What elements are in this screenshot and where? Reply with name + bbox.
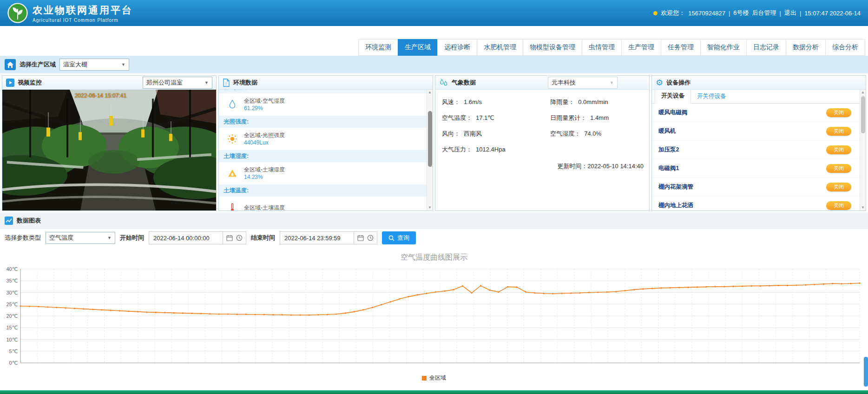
sun-icon	[227, 133, 238, 144]
home-icon	[5, 59, 16, 70]
query-button[interactable]: 查询	[382, 231, 416, 244]
tab-switch-devices[interactable]: 开关设备	[655, 90, 691, 104]
tab-switch-stop-devices[interactable]: 开关停设备	[691, 90, 732, 103]
weather-field-label: 风向：	[442, 130, 460, 137]
env-item-value: 44049Lux	[244, 139, 285, 146]
device-tabs: 开关设备 开关停设备	[652, 90, 860, 104]
calendar-icon[interactable]	[357, 235, 364, 241]
nav-tabs: 环境监测生产区域远程诊断水肥机管理物模型设备管理虫情管理生产管理任务管理智能化作…	[359, 39, 865, 56]
nav-tab-11[interactable]: 数据分析	[786, 39, 826, 56]
camera-select[interactable]: 郑州公司温室 ▼	[143, 77, 212, 89]
device-name: 加压泵2	[658, 146, 679, 154]
weather-field-value: 1012.4Hpa	[476, 146, 506, 153]
query-button-label: 查询	[397, 234, 409, 242]
end-time-input[interactable]: 2022-06-14 23:59:59	[280, 231, 354, 244]
environment-scroll-thumb[interactable]	[428, 111, 432, 167]
start-time-pickers[interactable]	[223, 231, 246, 244]
device-close-button[interactable]: 关闭	[826, 127, 851, 136]
account-number: 15670924827	[688, 10, 725, 17]
nav-tab-12[interactable]: 综合分析	[825, 39, 865, 56]
environment-scrollbar[interactable]: ▲ ▼	[427, 90, 433, 210]
svg-text:25℃: 25℃	[6, 302, 18, 307]
backend-admin-link[interactable]: 后台管理	[752, 9, 776, 17]
device-panel-body: 开关设备 开关停设备 暖风电磁阀关闭暖风机关闭加压泵2关闭电磁阀1关闭棚内花架滴…	[652, 90, 866, 210]
device-operations-panel: ⚙ 设备操作 开关设备 开关停设备 暖风电磁阀关闭暖风机关闭加压泵2关闭电磁阀1…	[651, 75, 866, 211]
nav-tab-9[interactable]: 智能化作业	[700, 39, 747, 56]
topbar: 农业物联网通用平台 Agricultural IOT Common Platfo…	[0, 0, 868, 26]
nav-strip: 环境监测生产区域远程诊断水肥机管理物模型设备管理虫情管理生产管理任务管理智能化作…	[0, 26, 868, 56]
calendar-icon[interactable]	[226, 235, 233, 241]
param-type-label: 选择参数类型	[5, 234, 41, 242]
panels-row: 视频监控 郑州公司温室 ▼	[0, 73, 868, 213]
nav-tab-2[interactable]: 生产区域	[398, 39, 438, 56]
device-close-button[interactable]: 关闭	[826, 108, 851, 117]
weather-vendor-select[interactable]: 元丰科技 ▼	[548, 77, 618, 89]
nav-tab-8[interactable]: 任务管理	[661, 39, 701, 56]
weather-panel-body: 风速：1.6m/s降雨量：0.0mm/min空气温度：17.1℃日雨量累计：1.…	[435, 90, 649, 210]
chart-title: 空气温度曲线图展示	[0, 247, 868, 263]
nav-tab-7[interactable]: 生产管理	[621, 39, 661, 56]
device-close-button[interactable]: 关闭	[826, 201, 851, 210]
nav-tab-10[interactable]: 日志记录	[746, 39, 786, 56]
welcome-text: 欢迎您：	[661, 9, 685, 17]
status-dot-icon	[653, 11, 658, 15]
nav-tab-5[interactable]: 物模型设备管理	[523, 39, 582, 56]
scroll-down-icon[interactable]: ▼	[427, 205, 433, 210]
clock-icon[interactable]	[367, 235, 374, 241]
nav-tab-4[interactable]: 水肥机管理	[477, 39, 523, 56]
page-scrollbar-thumb[interactable]	[864, 357, 868, 387]
weather-field: 大气压力：1012.4Hpa	[442, 145, 550, 154]
region-select[interactable]: 温室大棚 ▼	[59, 59, 129, 71]
clock-datetime: 15:07:47 2022-06-14	[804, 10, 861, 17]
nav-tab-3[interactable]: 远程诊断	[437, 39, 477, 56]
environment-panel-title: 环境数据	[233, 79, 257, 87]
humidity-drop-icon	[227, 99, 238, 110]
weather-field-label: 空气湿度：	[550, 130, 580, 137]
nav-tab-1[interactable]: 环境监测	[358, 39, 398, 56]
param-type-select[interactable]: 空气温度 ▼	[46, 232, 115, 244]
device-row: 加压泵2关闭	[652, 141, 860, 159]
device-close-button[interactable]: 关闭	[826, 145, 851, 154]
legend-label: 全区域	[429, 374, 446, 382]
weather-panel-title: 气象数据	[452, 79, 476, 87]
video-feed[interactable]: 2022-06-14 15:07:41	[2, 90, 216, 210]
brand-text: 农业物联网通用平台 Agricultural IOT Common Platfo…	[33, 4, 133, 23]
region-bar: 选择生产区域 温室大棚 ▼	[0, 56, 868, 73]
footer-bar	[0, 390, 868, 394]
weather-update-time: 更新时间：2022-05-10 14:14:40	[435, 162, 649, 171]
scroll-up-icon[interactable]: ▲	[860, 90, 866, 95]
device-scroll-thumb[interactable]	[861, 96, 865, 133]
weather-field: 空气温度：17.1℃	[442, 114, 550, 122]
legend-swatch-icon	[422, 376, 427, 381]
device-close-button[interactable]: 关闭	[826, 164, 851, 173]
device-name: 暖风机	[658, 127, 676, 135]
environment-panel: 环境数据 空气湿度:全区域-空气湿度61.29%光照强度:全区域-光照强度440…	[218, 75, 433, 211]
scroll-down-icon[interactable]: ▼	[860, 205, 866, 210]
weather-field-value: 74.0%	[584, 130, 601, 137]
nav-tab-6[interactable]: 虫情管理	[582, 39, 622, 56]
temperature-line-chart[interactable]: 40℃35℃30℃25℃20℃15℃10℃5℃0℃	[2, 265, 866, 373]
device-name: 电磁阀1	[658, 164, 679, 172]
svg-text:15℃: 15℃	[6, 325, 18, 330]
end-time-pickers[interactable]	[354, 231, 377, 244]
chevron-down-icon: ▼	[204, 80, 209, 85]
start-time-input[interactable]: 2022-06-14 00:00:00	[149, 231, 223, 244]
device-panel-inner: 开关设备 开关停设备 暖风电磁阀关闭暖风机关闭加压泵2关闭电磁阀1关闭棚内花架滴…	[652, 90, 860, 210]
logout-link[interactable]: 退出	[784, 9, 796, 17]
device-close-button[interactable]: 关闭	[826, 183, 851, 191]
chart-legend[interactable]: 全区域	[0, 374, 868, 382]
video-panel-header: 视频监控 郑州公司温室 ▼	[2, 76, 216, 90]
device-scrollbar[interactable]: ▲ ▼	[860, 90, 866, 210]
svg-text:30℃: 30℃	[6, 290, 18, 296]
env-section-header: 土壤温度:	[219, 184, 427, 197]
env-item: 全区域-土壤温度	[219, 197, 427, 210]
clock-icon[interactable]	[236, 235, 243, 241]
env-item-name: 全区域-空气湿度	[244, 97, 285, 105]
scroll-up-icon[interactable]: ▲	[427, 90, 433, 95]
env-item: 全区域-空气湿度61.29%	[219, 93, 427, 116]
device-list: 暖风电磁阀关闭暖风机关闭加压泵2关闭电磁阀1关闭棚内花架滴管关闭棚内地上花洒关闭	[652, 104, 860, 210]
env-item-value: 14.23%	[244, 173, 285, 181]
env-item: 全区域-光照强度44049Lux	[219, 128, 427, 150]
device-name: 暖风电磁阀	[658, 109, 688, 117]
device-panel-title: 设备操作	[666, 79, 690, 87]
